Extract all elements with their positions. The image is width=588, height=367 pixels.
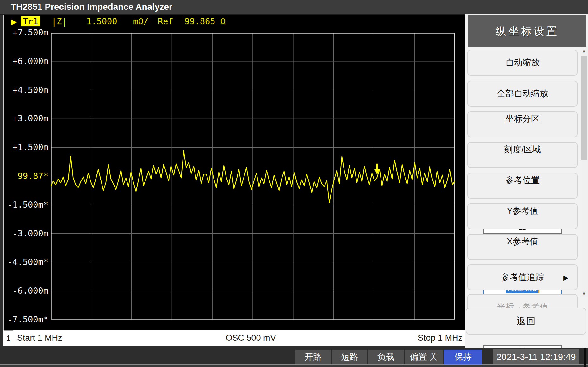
scrollbar-thumb[interactable] — [581, 56, 587, 160]
y-axis-label: +3.000m — [7, 113, 48, 124]
trace-status-bar: ▶ Tr1 |Z| 1.5000 mΩ/ Ref 99.865 Ω — [4, 17, 465, 27]
channel-indicator: 1 — [4, 330, 13, 346]
autoscale-button[interactable]: 自动缩放 — [467, 50, 578, 76]
y-axis-label: -7.500m* — [7, 314, 48, 325]
short-correction-button[interactable]: 短路 — [332, 350, 367, 364]
autoscale-all-button[interactable]: 全部自动缩放 — [467, 81, 578, 107]
trace-ref-value: 99.865 Ω — [184, 16, 226, 26]
stop-frequency-label: Stop 1 MHz — [418, 330, 462, 346]
x-reference-button[interactable]: X参考值 — [467, 234, 578, 260]
open-correction-button[interactable]: 开路 — [295, 350, 331, 364]
trace-scale-unit: mΩ/ — [133, 16, 149, 26]
scale-per-div-button[interactable]: 刻度/区域 1.500 mΩ — [467, 142, 578, 168]
reference-tracking-button[interactable]: 参考值追踪 ▶ — [467, 264, 578, 290]
trace-ref-label: Ref — [158, 16, 173, 26]
y-axis-ref-label: 99.87* — [7, 171, 48, 181]
right-edge-divider — [584, 348, 586, 367]
instrument-screen: TH2851 Precision Impedance Analyzer ▶ Tr… — [0, 0, 588, 367]
bottom-edge — [0, 365, 588, 367]
y-axis-label: +1.500m — [7, 142, 48, 153]
y-axis-label: -6.000m — [7, 285, 48, 296]
scroll-up-icon[interactable]: ∧ — [580, 47, 588, 55]
hold-button[interactable]: 保持 — [444, 350, 482, 364]
start-frequency-label: Start 1 MHz — [17, 330, 62, 346]
submenu-arrow-icon: ▶ — [563, 274, 569, 282]
y-axis-label: -4.500m* — [7, 257, 48, 267]
y-axis-label: +4.500m — [7, 85, 48, 95]
y-reference-button[interactable]: Y参考值 99.865403 Ω — [467, 203, 578, 229]
reference-position-button[interactable]: 参考位置 5 — [467, 173, 578, 199]
sidebar-scrollbar[interactable]: ∧ ∨ — [580, 47, 588, 297]
chart-grid — [51, 33, 455, 320]
y-axis-label: -1.500m* — [7, 199, 48, 210]
load-correction-button[interactable]: 负载 — [368, 350, 404, 364]
x-axis-strip: 1 Start 1 MHz OSC 500 mV Stop 1 MHz — [3, 330, 465, 346]
active-trace-arrow-icon: ▶ — [11, 17, 17, 26]
y-axis-label: +7.500m — [7, 27, 48, 38]
chart-svg — [51, 33, 455, 320]
y-axis-label: -3.000m — [7, 228, 48, 239]
window-title: TH2851 Precision Impedance Analyzer — [11, 2, 172, 12]
sidebar-header: 纵坐标设置 — [468, 15, 586, 47]
clock-display: 2021-3-11 12:19:49 — [493, 349, 579, 365]
vertical-axis-settings-menu: 纵坐标设置 自动缩放 全部自动缩放 坐标分区 10 刻度/区域 1.500 mΩ… — [465, 14, 588, 348]
chart-panel: ▶ Tr1 |Z| 1.5000 mΩ/ Ref 99.865 Ω +7.500… — [3, 15, 465, 330]
y-axis-label: +6.000m — [7, 56, 48, 67]
divisions-button[interactable]: 坐标分区 10 — [467, 111, 578, 137]
scroll-down-icon[interactable]: ∨ — [580, 290, 588, 297]
marker-stem — [376, 164, 378, 169]
trace-label-badge[interactable]: Tr1 — [21, 16, 40, 26]
bias-off-button[interactable]: 偏置 关 — [405, 350, 443, 364]
title-bar: TH2851 Precision Impedance Analyzer — [0, 0, 588, 15]
bottom-status-bar: 开路 短路 负载 偏置 关 保持 2021-3-11 12:19:49 — [0, 348, 588, 364]
return-button[interactable]: 返回 — [466, 308, 586, 335]
trace-scale-value: 1.5000 — [86, 16, 117, 26]
trace-parameter: |Z| — [52, 16, 67, 26]
osc-level-label: OSC 500 mV — [205, 330, 297, 346]
